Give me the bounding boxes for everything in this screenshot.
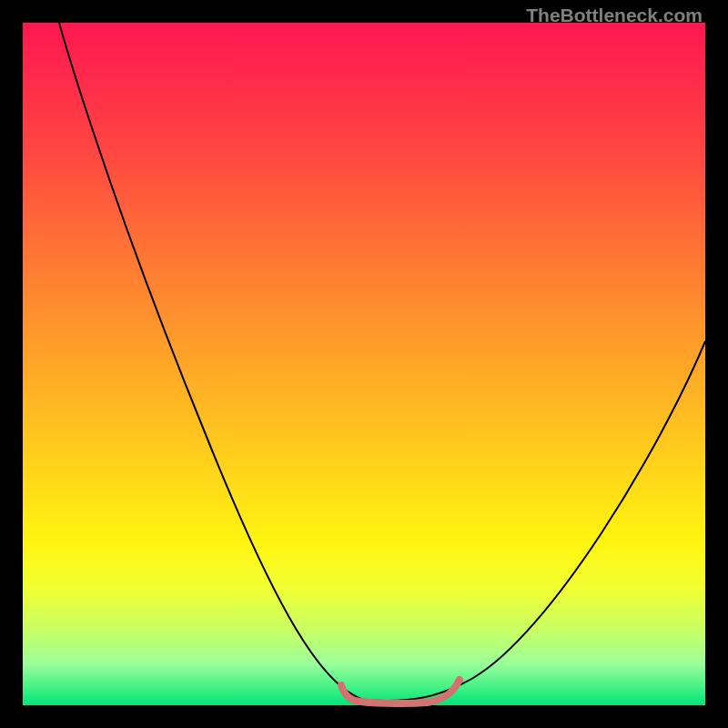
chart-container: TheBottleneck.com: [0, 0, 728, 728]
plot-area: [23, 23, 705, 705]
chart-svg: [23, 23, 705, 705]
bottleneck-curve: [59, 23, 705, 701]
watermark-text: TheBottleneck.com: [526, 5, 703, 26]
